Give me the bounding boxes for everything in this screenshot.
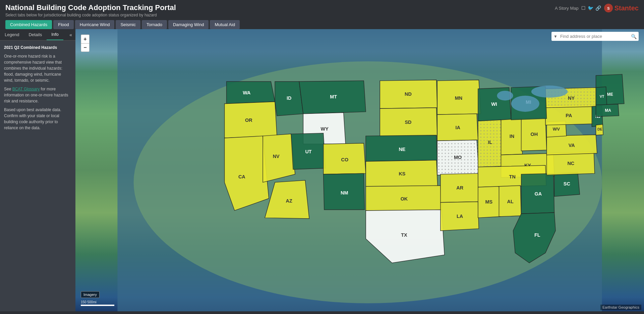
tab-tornado[interactable]: Tornado [142,20,167,29]
sidebar: Legend Details Info « 2021 Q2 Combined H… [0,29,75,311]
scale-bar-label: 150 500mi [81,300,114,304]
svg-text:UT: UT [305,149,311,154]
svg-text:NY: NY [568,95,575,101]
sidebar-collapse-button[interactable]: « [66,29,75,40]
svg-text:PA: PA [566,113,572,118]
svg-text:MS: MS [485,199,493,205]
header: National Building Code Adoption Tracking… [0,0,644,17]
svg-text:ME: ME [607,92,613,97]
svg-text:IN: IN [510,134,514,139]
sidebar-tab-legend[interactable]: Legend [0,29,24,40]
top-right-area: A Story Map ☐ 🐦 🔗 S Stantec [555,3,639,13]
svg-text:MA: MA [605,108,611,113]
tab-seismic[interactable]: Seismic [116,20,140,29]
svg-text:S: S [607,6,609,10]
svg-text:MO: MO [454,155,462,160]
social-icons: ☐ 🐦 🔗 [581,5,601,11]
svg-text:MN: MN [455,95,462,101]
svg-text:DE: DE [597,127,602,131]
svg-point-97 [497,91,513,100]
svg-text:SC: SC [564,181,571,186]
svg-text:TN: TN [509,174,516,179]
svg-text:CO: CO [341,157,349,162]
tab-damaging-wind[interactable]: Damaging Wind [168,20,209,29]
sidebar-tab-bar: Legend Details Info « [0,29,75,41]
zoom-out-button[interactable]: − [81,43,90,52]
svg-text:MT: MT [330,94,337,99]
stantec-logo-icon: S [604,3,613,13]
svg-text:OK: OK [401,196,408,202]
svg-marker-4 [227,82,275,104]
story-map-label: A Story Map [555,6,579,11]
map-search-bar[interactable]: ▼ 🔍 [551,32,639,41]
stantec-name: Stantec [614,4,639,12]
map-svg: WA OR CA ID MT WY [75,29,644,311]
svg-text:KS: KS [399,171,405,176]
svg-text:WV: WV [553,127,560,132]
svg-text:ID: ID [287,95,291,101]
svg-point-96 [511,96,539,112]
svg-text:OR: OR [245,117,252,123]
sidebar-disclaimer: Based upon best available data. Confirm … [4,107,71,131]
tab-mutual-aid[interactable]: Mutual Aid [210,20,240,29]
svg-text:ND: ND [405,91,412,97]
page-subtitle: Select tabs below for jurisdictional bui… [5,13,176,17]
svg-text:GA: GA [534,191,542,197]
search-input[interactable] [559,32,631,41]
svg-text:IA: IA [455,125,460,130]
scale-bar-line [81,305,114,306]
svg-text:NV: NV [273,154,280,159]
sidebar-content-panel: 2021 Q2 Combined Hazards One-or-more haz… [0,41,75,311]
imagery-badge[interactable]: Imagery [81,291,100,298]
svg-text:CA: CA [238,174,245,179]
svg-text:NC: NC [567,161,574,166]
svg-text:NM: NM [341,190,348,195]
us-map[interactable]: WA OR CA ID MT WY [75,29,644,311]
svg-text:VA: VA [569,143,575,148]
svg-point-98 [531,86,568,98]
sidebar-section-title: 2021 Q2 Combined Hazards [4,45,71,51]
search-dropdown-icon[interactable]: ▼ [553,34,558,39]
link-icon[interactable]: 🔗 [595,5,601,11]
svg-text:NE: NE [399,147,405,152]
svg-text:SD: SD [405,120,411,125]
tab-flood[interactable]: Flood [53,20,74,29]
stantec-logo: S Stantec [604,3,639,13]
svg-text:LA: LA [457,214,463,219]
imagery-label: Imagery [83,293,97,297]
zoom-in-button[interactable]: + [81,34,90,43]
svg-text:FL: FL [534,232,540,238]
scale-bar: 150 500mi [81,300,114,306]
facebook-icon[interactable]: ☐ [581,5,586,11]
sidebar-description-with-link: See BCAT Glossary for more information o… [4,86,71,104]
svg-text:IL: IL [488,140,492,145]
bcat-glossary-link[interactable]: BCAT Glossary [12,87,40,91]
sidebar-tab-details[interactable]: Details [24,29,47,40]
svg-marker-8 [225,136,269,211]
svg-text:OH: OH [530,132,538,137]
sidebar-description-1: One-or-more hazard risk is a comprehensi… [4,53,71,83]
tab-hurricane-wind[interactable]: Hurricane Wind [75,20,115,29]
map-zoom-controls: + − [81,34,90,52]
svg-text:AZ: AZ [286,198,292,204]
svg-text:AL: AL [507,199,514,204]
twitter-icon[interactable]: 🐦 [588,5,593,11]
svg-text:WY: WY [321,126,329,132]
sidebar-tab-info[interactable]: Info [47,29,63,40]
svg-text:WI: WI [491,101,497,107]
page-title: National Building Code Adoption Tracking… [5,3,176,12]
search-icon[interactable]: 🔍 [631,34,637,39]
svg-text:AR: AR [456,185,463,190]
tab-combined-hazards[interactable]: Combined Hazards [5,20,52,29]
map-attribution: Earthstar Geographics [600,305,641,310]
tab-bar: Combined Hazards Flood Hurricane Wind Se… [0,17,644,29]
map-container[interactable]: WA OR CA ID MT WY [75,29,644,311]
svg-text:VT: VT [600,94,604,98]
svg-text:TX: TX [401,232,407,238]
main-content: Legend Details Info « 2021 Q2 Combined H… [0,29,644,311]
svg-text:WA: WA [243,90,251,95]
